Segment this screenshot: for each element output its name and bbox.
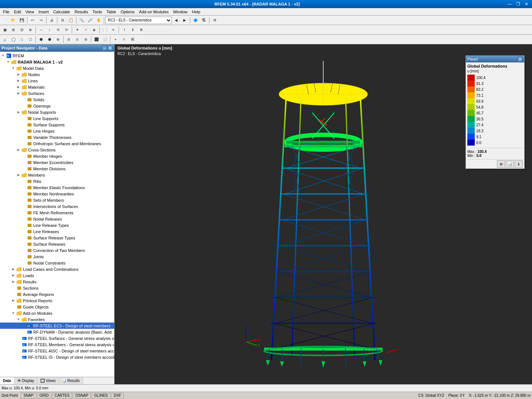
tree-item-36[interactable]: ▶Results [0,279,114,285]
tb2-btn11[interactable]: ◈ [90,26,98,34]
tree-item-46[interactable]: MRF-STEEL Members - General stress analy… [0,341,114,348]
status-btn-snap[interactable]: SNAP [21,393,36,399]
tree-item-7[interactable]: Solids [0,96,114,103]
tb2-btn3[interactable]: ⊟ [18,26,26,34]
tree-item-26[interactable]: Nodal Releases [0,216,114,222]
tree-item-25[interactable]: FE Mesh Refinements [0,209,114,216]
expand-icon-15[interactable]: ▶ [16,148,21,152]
nav-tab-data[interactable]: Data [0,377,14,384]
expand-icon-34[interactable]: ▶ [11,267,16,272]
tree-item-28[interactable]: Line Releases [0,228,114,235]
status-btn-osnap[interactable]: OSNAP [73,393,91,399]
tb3-btn14[interactable]: ⌗ [120,35,128,44]
tree-item-3[interactable]: ▶Nodes [0,71,114,78]
expand-icon-42[interactable]: ▼ [16,317,21,322]
tree-item-30[interactable]: Surface Releases [0,241,114,247]
tb2-btn2[interactable]: ⊞ [9,26,17,34]
menu-item-tools[interactable]: Tools [90,8,104,15]
tree-item-13[interactable]: Variable Thicknesses [0,134,114,140]
tb2-btn15[interactable]: Ⅱ [129,26,137,34]
tree-item-32[interactable]: Joints [0,253,114,260]
tree-item-15[interactable]: ▶Cross-Sections [0,147,114,153]
tree-item-5[interactable]: ▶Materials [0,84,114,90]
tree-item-19[interactable]: ▶Members [0,172,114,178]
tree-item-8[interactable]: Openings [0,103,114,109]
tree-item-16[interactable]: Member Hinges [0,153,114,159]
nav-tree[interactable]: ▼RRFEM▼RADAR MALAGA 1 - v2▼Model Data▶No… [0,52,114,377]
expand-icon-5[interactable]: ▶ [16,85,21,89]
expand-icon-35[interactable]: ▶ [11,273,16,278]
tree-item-38[interactable]: Average Regions [0,291,114,297]
tb3-btn6[interactable]: ⬣ [45,35,54,44]
tb2-btn16[interactable]: Ⅲ [137,26,145,34]
expand-icon-6[interactable]: ▶ [16,91,21,96]
menu-item-results[interactable]: Results [72,8,91,15]
undo-btn[interactable]: ↩ [28,16,37,24]
expand-icon-1[interactable]: ▼ [6,60,10,64]
tree-item-18[interactable]: Member Divisions [0,166,114,172]
tb2-btn10[interactable]: ✧ [82,26,90,34]
tree-item-21[interactable]: Member Elastic Foundations [0,184,114,191]
tree-item-12[interactable]: Line Hinges [0,128,114,134]
tree-item-23[interactable]: Sets of Members [0,197,114,203]
tree-item-9[interactable]: ▶Nodal Supports [0,109,114,115]
expand-icon-0[interactable]: ▼ [1,54,5,58]
tb2-btn4[interactable]: ⊕ [26,26,34,34]
tree-item-24[interactable]: Intersections of Surfaces [0,203,114,209]
menu-item-edit[interactable]: Edit [12,8,23,15]
tb3-btn8[interactable]: ⊘ [65,35,73,44]
viewport[interactable]: Global Deformations u [mm] RC2 : ELS - C… [115,44,532,384]
close-button[interactable]: ✕ [522,1,531,7]
tb2-btn6[interactable]: ↕ [45,26,54,34]
open-btn[interactable]: 📂 [9,16,17,24]
tree-item-29[interactable]: Surface Release Types [0,235,114,241]
menu-item-calculate[interactable]: Calculate [51,8,72,15]
expand-icon-3[interactable]: ▶ [16,72,21,77]
tree-item-41[interactable]: ▼Add-on Modules [0,310,114,316]
pan-btn[interactable]: ✋ [95,16,103,24]
tb2-btn14[interactable]: Ⅰ [120,26,128,34]
expand-icon-9[interactable]: ▶ [16,110,21,115]
new-btn[interactable]: 📄 [1,16,9,24]
tree-item-4[interactable]: ▶Lines [0,78,114,84]
minimize-button[interactable]: — [505,1,514,7]
expand-icon-41[interactable]: ▼ [11,311,16,316]
tree-item-22[interactable]: Member Nonlinearities [0,191,114,197]
nav-pin-btn[interactable]: − [102,45,107,51]
zoom-in-btn[interactable]: 🔍 [78,16,86,24]
tb2-btn13[interactable]: ≡ [109,26,117,34]
panel-info-btn[interactable]: ℹ [515,160,523,168]
maximize-button[interactable]: ❐ [514,1,522,7]
panel-settings-btn[interactable]: ⚙ [497,160,505,168]
status-btn-grid[interactable]: GRID [37,393,51,399]
tree-item-35[interactable]: ▶Loads [0,272,114,279]
status-btn-glines[interactable]: GLINES [92,393,110,399]
tree-item-14[interactable]: Orthotropic Surfaces and Membranes [0,140,114,147]
menu-item-add-on-modules[interactable]: Add-on Modules [137,8,171,15]
more-tb-btn[interactable]: ⚙ [211,16,219,24]
tb3-btn5[interactable]: ⬢ [37,35,45,44]
tree-item-42[interactable]: ▼Favorites [0,316,114,323]
panel-close-btn[interactable]: ✕ [518,57,523,62]
menu-item-view[interactable]: View [23,8,37,15]
zoom-out-btn[interactable]: 🔎 [86,16,94,24]
tb3-btn11[interactable]: ⬛ [92,35,100,44]
3d-view-btn[interactable]: 🔷 [191,16,200,24]
status-btn-dxf[interactable]: DXF [111,393,124,399]
nav-tab-display[interactable]: 👁 Display [14,377,38,384]
tree-item-47[interactable]: MRF-STEEL AISC - Design of steel members… [0,348,114,354]
menu-item-table[interactable]: Table [104,8,118,15]
tb3-btn15[interactable]: ⌘ [129,35,137,44]
expand-icon-2[interactable]: ▼ [11,66,16,71]
nav-close-btn[interactable]: ✕ [108,45,113,51]
expand-icon-4[interactable]: ▶ [16,79,21,83]
tree-item-10[interactable]: Line Supports [0,115,114,122]
tree-item-31[interactable]: Connection of Two Members [0,247,114,253]
tree-item-1[interactable]: ▼RADAR MALAGA 1 - v2 [0,59,114,65]
tree-item-0[interactable]: ▼RRFEM [0,52,114,59]
redo-btn[interactable]: ↪ [37,16,45,24]
tree-item-39[interactable]: ▶Printout Reports [0,297,114,304]
tree-item-40[interactable]: Guide Objects [0,304,114,310]
menu-item-window[interactable]: Window [171,8,190,15]
load-case-dropdown[interactable]: RC2 - ELS - Caracteristica [105,17,172,24]
